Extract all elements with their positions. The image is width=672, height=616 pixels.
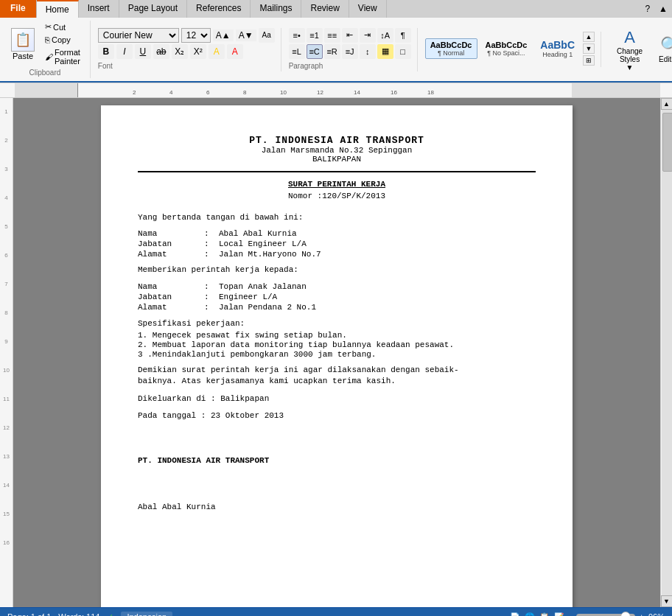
- bold-button[interactable]: B: [98, 44, 114, 59]
- shading-button[interactable]: ▦: [377, 44, 393, 59]
- tab-view[interactable]: View: [349, 0, 387, 18]
- tab-references[interactable]: References: [187, 0, 251, 18]
- spesifikasi-label: Spesifikasi pekerjaan:: [138, 319, 536, 328]
- style-normal-label: ¶ Normal: [438, 49, 464, 57]
- font-size-select[interactable]: 12: [181, 28, 211, 43]
- tab-insert[interactable]: Insert: [79, 0, 119, 18]
- style-heading1[interactable]: AaBbC Heading 1: [535, 37, 580, 60]
- style-h1-label: Heading 1: [542, 51, 573, 58]
- italic-button[interactable]: I: [116, 44, 133, 59]
- shrink-font-button[interactable]: A▼: [236, 29, 256, 41]
- styles-scroll-down[interactable]: ▼: [583, 43, 595, 54]
- underline-button[interactable]: U: [135, 44, 151, 59]
- person1-alamat: Jalan Mt.Haryono No.7: [219, 250, 536, 259]
- view-draft-icon[interactable]: 📝: [554, 612, 564, 617]
- person1-nama-row: Nama : Abal Abal Kurnia: [138, 229, 536, 238]
- styles-scroll-up[interactable]: ▲: [583, 32, 595, 42]
- styles-expand[interactable]: ⊞: [583, 55, 595, 66]
- zoom-out-button[interactable]: -: [569, 612, 572, 616]
- surat-nomor: Nomor :120/SP/K/2013: [138, 192, 536, 200]
- font-group: Courier New 12 A▲ A▼ Aa B I U ab X₂ X² A…: [95, 28, 281, 71]
- language-selector[interactable]: Indonesian: [121, 612, 172, 616]
- decrease-indent-button[interactable]: ⇤: [342, 28, 358, 43]
- paragraph-group: ≡• ≡1 ≡≡ ⇤ ⇥ ↕A ¶ ≡L ≡C ≡R ≡J ↕ ▦ □ Para…: [286, 28, 418, 71]
- tab-file[interactable]: File: [0, 0, 37, 18]
- zoom-in-button[interactable]: +: [640, 612, 644, 616]
- style-normal[interactable]: AaBbCcDc ¶ Normal: [425, 38, 477, 59]
- text-highlight-button[interactable]: A: [209, 44, 225, 59]
- tab-mailings[interactable]: Mailings: [251, 0, 301, 18]
- paste-icon: 📋: [11, 28, 35, 52]
- view-web-icon[interactable]: 🌐: [525, 612, 535, 617]
- clipboard-group: 📋 Paste ✂ Cut ⎘ Copy 🖌 Format Painter Cl…: [4, 21, 91, 78]
- strikethrough-button[interactable]: ab: [153, 44, 169, 59]
- paste-button[interactable]: 📋 Paste: [6, 26, 40, 63]
- header-divider: [138, 171, 536, 172]
- copy-button[interactable]: ⎘ Copy: [41, 34, 84, 46]
- signer-name-placeholder: Abal Abal Kurnia: [138, 503, 536, 511]
- scroll-down-arrow[interactable]: ▼: [661, 595, 673, 607]
- sort-button[interactable]: ↕A: [377, 28, 393, 43]
- person2-nama: Topan Anak Jalanan: [219, 282, 536, 291]
- subscript-button[interactable]: X₂: [172, 44, 188, 59]
- style-no-spacing[interactable]: AaBbCcDc ¶ No Spaci...: [480, 38, 533, 59]
- grow-font-button[interactable]: A▲: [213, 29, 234, 41]
- tanggal-text: Pada tanggal : 23 Oktober 2013: [138, 410, 536, 421]
- change-styles-button[interactable]: A ChangeStyles ▼: [612, 26, 648, 74]
- bullets-button[interactable]: ≡•: [289, 28, 305, 43]
- font-family-select[interactable]: Courier New: [98, 28, 179, 43]
- tab-page-layout[interactable]: Page Layout: [119, 0, 187, 18]
- zoom-level: 96%: [648, 612, 665, 616]
- ribbon-tabs: File Home Insert Page Layout References …: [0, 0, 672, 18]
- scroll-track: [662, 110, 672, 595]
- align-left-button[interactable]: ≡L: [289, 44, 305, 59]
- company-city: BALIKPAPAN: [138, 155, 536, 164]
- change-styles-label: ChangeStyles ▼: [617, 47, 643, 71]
- format-painter-button[interactable]: 🖌 Format Painter: [41, 46, 84, 67]
- item-3: 3 .Menindaklanjuti pembongkaran 3000 jam…: [138, 350, 536, 359]
- spell-check-indicator[interactable]: ✓: [107, 612, 113, 617]
- scroll-thumb[interactable]: [662, 113, 673, 172]
- change-styles-icon: A: [624, 28, 635, 47]
- footer-company: PT. INDONESIA AIR TRANSPORT: [138, 455, 536, 466]
- font-color-button[interactable]: A: [227, 44, 243, 59]
- page-info: Page: 1 of 1: [7, 612, 51, 616]
- ruler-content: 2 4 6 8 10 12 14 16 18: [15, 83, 660, 97]
- show-marks-button[interactable]: ¶: [395, 28, 411, 43]
- style-normal-preview: AaBbCcDc: [430, 41, 472, 49]
- increase-indent-button[interactable]: ⇥: [360, 28, 376, 43]
- scroll-up-arrow[interactable]: ▲: [661, 98, 673, 110]
- clipboard-sub: ✂ Cut ⎘ Copy 🖌 Format Painter: [41, 21, 84, 67]
- person2-jabatan: Engineer L/A: [219, 293, 536, 301]
- borders-button[interactable]: □: [395, 44, 411, 59]
- document-scroll[interactable]: PT. INDONESIA AIR TRANSPORT Jalan Marsma…: [13, 98, 660, 607]
- person2-jabatan-row: Jabatan : Engineer L/A: [138, 293, 536, 301]
- clear-format-button[interactable]: Aa: [259, 28, 275, 43]
- multilevel-button[interactable]: ≡≡: [324, 28, 340, 43]
- editing-icon: 🔍: [660, 36, 672, 55]
- vertical-scrollbar[interactable]: ▲ ▼: [660, 98, 672, 607]
- cut-button[interactable]: ✂ Cut: [41, 21, 84, 33]
- view-outline-icon[interactable]: 📋: [539, 612, 550, 617]
- person1-nama: Abal Abal Kurnia: [219, 229, 536, 238]
- bridge-text: Memberikan perintah kerja kepada:: [138, 265, 536, 276]
- view-print-icon[interactable]: 📄: [510, 612, 520, 617]
- action-group: A ChangeStyles ▼ 🔍 Editing: [606, 26, 672, 74]
- justify-button[interactable]: ≡J: [342, 44, 358, 59]
- styles-arrows: ▲ ▼ ⊞: [583, 32, 595, 66]
- superscript-button[interactable]: X²: [190, 44, 206, 59]
- line-spacing-button[interactable]: ↕: [360, 44, 376, 59]
- minimize-ribbon-button[interactable]: ▲: [654, 0, 672, 18]
- numbering-button[interactable]: ≡1: [307, 28, 323, 43]
- paragraph-label: Paragraph: [289, 62, 411, 70]
- tab-review[interactable]: Review: [301, 0, 349, 18]
- ribbon: File Home Insert Page Layout References …: [0, 0, 672, 83]
- tab-home[interactable]: Home: [37, 0, 79, 18]
- align-center-button[interactable]: ≡C: [307, 44, 323, 59]
- style-nospace-preview: AaBbCcDc: [486, 41, 528, 49]
- help-button[interactable]: ?: [640, 0, 654, 18]
- align-right-button[interactable]: ≡R: [324, 44, 340, 59]
- status-left: Page: 1 of 1 Words: 114 ✓ Indonesian: [7, 612, 503, 616]
- editing-button[interactable]: 🔍 Editing: [654, 34, 672, 66]
- signature-space: [138, 473, 536, 503]
